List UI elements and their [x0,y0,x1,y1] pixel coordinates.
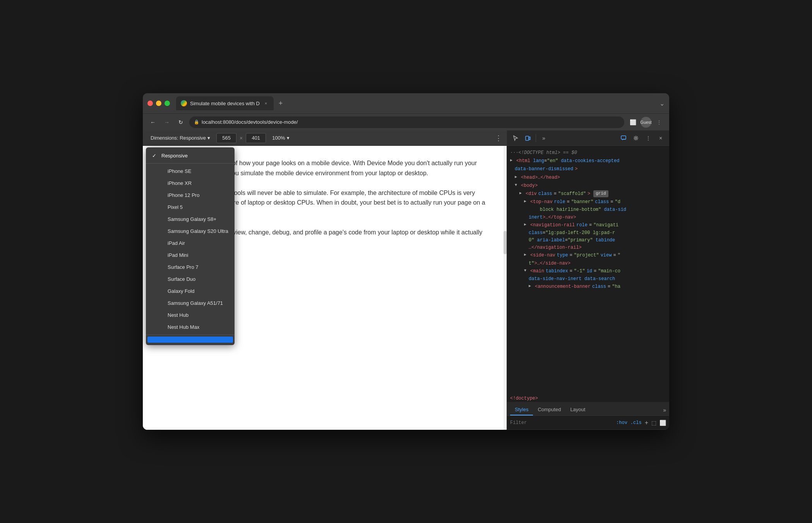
close-traffic-light[interactable] [147,101,153,106]
menu-item-nest-hub-max[interactable]: Nest Hub Max [146,321,235,333]
tab-layout[interactable]: Layout [565,404,590,415]
width-input[interactable] [216,133,236,143]
code-line-head[interactable]: ▶ <head>…</head> [510,174,666,182]
toolbar-more-button[interactable]: ⋮ [495,134,502,142]
expand-announcement-icon[interactable]: ▶ [529,283,533,289]
check-icon: ✓ [152,153,158,159]
minimize-traffic-light[interactable] [156,101,161,106]
menu-item-responsive[interactable]: ✓ Responsive [146,150,235,162]
toolbar-separator [536,134,536,142]
title-bar: Simulate mobile devices with D × + ⌄ [143,93,669,113]
menu-item-iphone-12-pro[interactable]: iPhone 12 Pro [146,189,235,201]
page-scrollbar[interactable] [504,146,507,430]
page-scrollbar-thumb[interactable] [504,231,507,254]
expand-main-icon[interactable]: ▼ [524,268,529,274]
main-panel: Dimensions: Responsive ▾ ✓ Responsive iP… [143,130,507,430]
code-doctype-comment: ···<!DOCTYPE html> == $0 [510,149,577,157]
menu-item-iphone-xr-label: iPhone XR [168,180,192,186]
more-panels-icon[interactable]: » [538,133,549,144]
menu-item-ipad-mini[interactable]: iPad Mini [146,249,235,261]
code-line-div-scaffold[interactable]: ▶ <div class="scaffold" > grid [510,190,666,198]
browser-window: Simulate mobile devices with D × + ⌄ ← →… [143,93,669,430]
overflow-menu-icon[interactable]: ⋮ [643,133,654,144]
menu-item-ipad-air[interactable]: iPad Air [146,237,235,249]
expand-nav-rail-icon[interactable]: ▶ [524,222,529,228]
tab-styles[interactable]: Styles [510,404,533,415]
code-line-body[interactable]: ▼ <body> [510,182,666,190]
devtools-toolbar: » ⋮ × [507,130,669,146]
tab-menu-button[interactable]: ⌄ [660,100,665,107]
active-tab[interactable]: Simulate mobile devices with D × [176,96,274,110]
menu-item-nest-hub[interactable]: Nest Hub [146,309,235,321]
code-line-main-cont: data-side-nav-inert data-search [510,275,666,283]
tabs-more-icon[interactable]: » [663,407,666,415]
chat-panel-icon[interactable] [618,133,629,144]
tab-computed[interactable]: Computed [533,404,565,415]
menu-item-surface-pro[interactable]: Surface Pro 7 [146,261,235,273]
profile-button[interactable]: Guest [641,117,651,128]
filter-input[interactable] [510,420,613,426]
maximize-traffic-light[interactable] [164,101,170,106]
dimensions-dropdown[interactable]: Dimensions: Responsive ▾ [147,133,213,142]
menu-item-iphone-se[interactable]: iPhone SE [146,165,235,177]
code-line-side-nav[interactable]: ▶ <side-nav type="project" view=" [510,251,666,260]
dimensions-label: Dimensions: Responsive [151,135,206,141]
menu-item-samsung-s20[interactable]: Samsung Galaxy S20 Ultra [146,225,235,237]
cursor-tool-icon[interactable] [510,133,521,144]
expand-side-nav-icon[interactable]: ▶ [524,252,529,258]
device-mode-icon[interactable] [522,133,533,144]
more-button[interactable]: ⋮ [654,117,665,128]
menu-item-samsung-s20-label: Samsung Galaxy S20 Ultra [168,228,228,234]
menu-item-edit[interactable] [147,337,233,343]
code-line-nav-rail[interactable]: ▶ <navigation-rail role="navigati [510,221,666,229]
layout-icon[interactable]: ⬚ [651,420,656,426]
code-line-doctype-comment: ···<!DOCTYPE html> == $0 [510,149,666,157]
close-devtools-icon[interactable]: × [655,133,666,144]
menu-item-nest-hub-max-label: Nest Hub Max [168,324,199,330]
content-main: Dimensions: Responsive ▾ ✓ Responsive iP… [143,130,669,430]
code-line-announcement[interactable]: ▶ <announcement-banner class="ha [510,283,666,291]
zoom-dropdown[interactable]: 100% ▾ [269,133,292,142]
code-line-nav-rail-cont1: class="lg:pad-left-200 lg:pad-r [510,229,666,237]
menu-item-responsive-label: Responsive [161,153,188,159]
expand-div-icon[interactable]: ▶ [519,190,524,197]
height-input[interactable] [246,133,266,143]
code-line-html-cont: data-banner-dismissed> [510,165,666,173]
menu-item-samsung-s8-label: Samsung Galaxy S8+ [168,216,216,222]
menu-item-samsung-s8[interactable]: Samsung Galaxy S8+ [146,213,235,225]
code-line-side-nav-end: t">…</side-nav> [510,260,666,267]
code-head-tag: <head>…</head> [521,174,560,181]
new-tab-button[interactable]: + [275,98,286,109]
code-line-main[interactable]: ▼ <main tabindex="-1" id="main-co [510,267,666,275]
expand-top-nav-icon[interactable]: ▶ [524,198,529,205]
tab-title: Simulate mobile devices with D [190,101,260,106]
menu-item-galaxy-fold[interactable]: Galaxy Fold [146,285,235,297]
code-line-top-nav[interactable]: ▶ <top-nav role="banner" class="d [510,198,666,206]
screen-cast-icon[interactable]: ⬜ [627,117,638,128]
code-line-nav-rail-cont2: 0" aria-label="primary" tabinde [510,237,666,244]
menu-item-surface-duo[interactable]: Surface Duo [146,273,235,285]
menu-item-ipad-mini-label: iPad Mini [168,252,188,258]
filter-toggle-icon[interactable]: ⬜ [660,420,666,426]
address-bar[interactable]: 🔒 localhost:8080/docs/devtools/device-mo… [189,116,624,128]
expand-body-icon[interactable]: ▼ [515,182,519,188]
code-line-html[interactable]: ▶ <html lang="en" data-cookies-accepted [510,157,666,165]
class-filter-button[interactable]: .cls [630,420,642,426]
grid-badge: grid [593,190,608,197]
settings-icon[interactable] [630,133,641,144]
expand-head-icon[interactable]: ▶ [515,174,519,180]
menu-item-iphone-xr[interactable]: iPhone XR [146,177,235,189]
refresh-button[interactable]: ↻ [175,117,186,128]
menu-item-surface-duo-label: Surface Duo [168,276,195,282]
menu-item-pixel-5[interactable]: Pixel 5 [146,201,235,213]
menu-item-iphone-se-label: iPhone SE [168,168,191,174]
add-style-button[interactable]: + [645,419,648,426]
hover-filter-button[interactable]: :hov [616,420,627,426]
tab-favicon-icon [181,100,187,106]
forward-button[interactable]: → [161,117,172,128]
zoom-label: 100% [272,135,285,141]
menu-item-samsung-a51[interactable]: Samsung Galaxy A51/71 [146,297,235,309]
expand-html-icon[interactable]: ▶ [510,157,515,164]
tab-close-button[interactable]: × [263,100,269,106]
back-button[interactable]: ← [147,117,158,128]
